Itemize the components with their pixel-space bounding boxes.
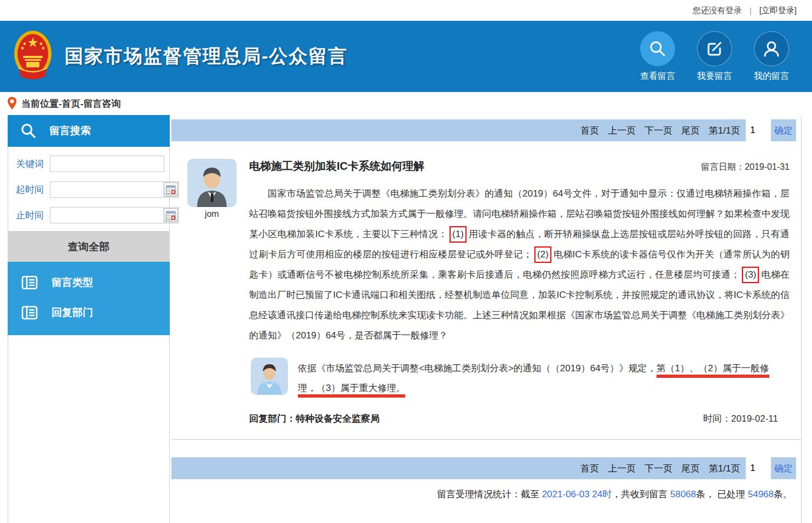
sidebar-search-title: 留言搜索 [49, 124, 91, 138]
page-number-input[interactable] [746, 119, 771, 141]
confirm-page-button[interactable]: 确定 [771, 119, 796, 141]
last-page-link[interactable]: 尾页 [681, 124, 700, 137]
site-header: 国家市场监督管理总局-公众留言 查看留言 我要留言 [0, 21, 812, 92]
topbar: 您还没有登录 | [立即登录] [0, 0, 812, 21]
keyword-row: 关键词 [16, 156, 162, 172]
login-link[interactable]: [立即登录] [759, 5, 797, 16]
reply-text: 依据《市场监管总局关于调整<电梯施工类别划分表>的通知（（2019）64号）》规… [298, 358, 773, 398]
text-segment: 依据《市场监管总局关于调整<电梯施工类别划分表>的通知（（2019）64号）》规… [298, 363, 656, 373]
header-nav: 查看留言 我要留言 我的留言 [640, 31, 812, 82]
next-page-link[interactable]: 下一页 [644, 462, 672, 475]
start-time-input-wrap [50, 181, 179, 198]
pagination-links: 首页 上一页 下一页 尾页 第1/1页 [171, 457, 746, 479]
first-page-link[interactable]: 首页 [580, 124, 599, 137]
page-info: 第1/1页 [709, 462, 740, 475]
red-box-marker: (2) [534, 246, 551, 263]
sidebar-item-message-type[interactable]: 留言类型 [8, 267, 170, 297]
reply-meta-row: 回复部门：特种设备安全监察局 时间：2019-02-11 [249, 412, 778, 425]
search-form: 关键词 起时间 [8, 147, 170, 232]
end-time-input[interactable] [50, 208, 164, 222]
search-icon [20, 122, 37, 140]
author-name: jom [205, 209, 219, 219]
write-icon[interactable] [697, 31, 732, 66]
text-segment: 留言受理情况统计：截至 [437, 489, 542, 499]
nav-my-messages[interactable]: 我的留言 [754, 31, 789, 82]
text-segment: 条， 已处理 [696, 489, 747, 499]
topbar-divider: | [750, 6, 752, 15]
pagination-links: 首页 上一页 下一页 尾页 第1/1页 [171, 119, 746, 141]
pagination-top: 首页 上一页 下一页 尾页 第1/1页 确定 [171, 119, 796, 141]
next-page-link[interactable]: 下一页 [644, 124, 672, 137]
page-number-input[interactable] [746, 457, 771, 479]
query-all-button[interactable]: 查询全部 [8, 232, 170, 262]
prev-page-link[interactable]: 上一页 [608, 462, 636, 475]
nav-post-message[interactable]: 我要留言 [697, 31, 732, 82]
end-time-label: 止时间 [16, 209, 50, 222]
sidebar-menu: 留言类型 回复部门 [8, 262, 170, 335]
content-area: 留言搜索 关键词 起时间 [0, 115, 812, 523]
start-time-row: 起时间 [16, 181, 162, 198]
text-segment: 电梯在制造出厂时已预留了IC卡通讯端口和相关图纸，经整机制造单位同意，加装IC卡… [249, 269, 790, 341]
text-segment: 条。 [774, 489, 792, 499]
sidebar-item-label[interactable]: 回复部门 [51, 306, 93, 320]
red-box-marker: (1) [450, 226, 467, 243]
stats-line: 留言受理情况统计：截至 2021-06-03 24时，共收到留言 58068条，… [171, 488, 801, 501]
author-column: jom [187, 159, 237, 425]
nav-label[interactable]: 我的留言 [754, 71, 789, 82]
stat-value: 58068 [670, 489, 696, 499]
sidebar: 留言搜索 关键词 起时间 [8, 115, 170, 523]
message-title: 电梯施工类别加装IC卡系统如何理解 [249, 159, 424, 174]
message-divider [171, 439, 801, 440]
message-body: 国家市场监管总局关于调整《电梯施工类别划分表》的通知（2019）64号文件，对于… [249, 183, 790, 346]
breadcrumb: 当前位置-首页-留言咨询 [0, 92, 812, 115]
stat-value: 2021-06-03 24时 [542, 489, 612, 499]
page-info: 第1/1页 [709, 124, 740, 137]
login-status-text: 您还没有登录 [693, 5, 742, 16]
breadcrumb-text: 当前位置-首页-留言咨询 [21, 97, 120, 110]
prev-page-link[interactable]: 上一页 [608, 124, 636, 137]
end-time-input-wrap [50, 207, 179, 223]
keyword-input-wrap [50, 156, 164, 172]
reply-time: 时间：2019-02-11 [703, 412, 778, 425]
location-pin-icon [7, 96, 17, 111]
sidebar-search-header: 留言搜索 [8, 115, 170, 147]
reply-row: 依据《市场监管总局关于调整<电梯施工类别划分表>的通知（（2019）64号）》规… [249, 358, 790, 398]
stat-value: 54968 [748, 489, 774, 499]
last-page-link[interactable]: 尾页 [681, 462, 700, 475]
search-icon[interactable] [640, 31, 675, 66]
user-icon[interactable] [754, 31, 789, 66]
pagination-bottom: 首页 上一页 下一页 尾页 第1/1页 确定 [171, 457, 796, 479]
nav-label[interactable]: 查看留言 [640, 71, 675, 82]
sidebar-item-reply-dept[interactable]: 回复部门 [8, 297, 170, 327]
end-time-row: 止时间 [16, 207, 162, 223]
nav-view-messages[interactable]: 查看留言 [640, 31, 675, 82]
message-card: jom 电梯施工类别加装IC卡系统如何理解 留言日期：2019-01-31 国家… [171, 141, 801, 440]
text-segment: ，共收到留言 [612, 489, 670, 499]
keyword-input[interactable] [50, 157, 164, 171]
reply-dept: 回复部门：特种设备安全监察局 [249, 412, 379, 425]
sidebar-empty-panel [8, 335, 170, 523]
page-title: 国家市场监督管理总局-公众留言 [65, 44, 348, 69]
red-box-marker: (3) [742, 267, 759, 283]
nav-label[interactable]: 我要留言 [697, 71, 732, 82]
main-panel: 首页 上一页 下一页 尾页 第1/1页 确定 [171, 115, 802, 523]
list-icon [21, 304, 38, 321]
sidebar-item-label[interactable]: 留言类型 [51, 275, 93, 290]
national-emblem-logo [13, 30, 53, 83]
message-date: 留言日期：2019-01-31 [701, 162, 790, 173]
keyword-label: 关键词 [16, 158, 50, 170]
reply-avatar [251, 358, 288, 395]
first-page-link[interactable]: 首页 [580, 462, 599, 475]
list-icon [21, 274, 38, 291]
start-time-input[interactable] [50, 182, 164, 197]
confirm-page-button[interactable]: 确定 [771, 457, 796, 479]
start-time-label: 起时间 [16, 183, 50, 196]
author-avatar [187, 159, 237, 207]
